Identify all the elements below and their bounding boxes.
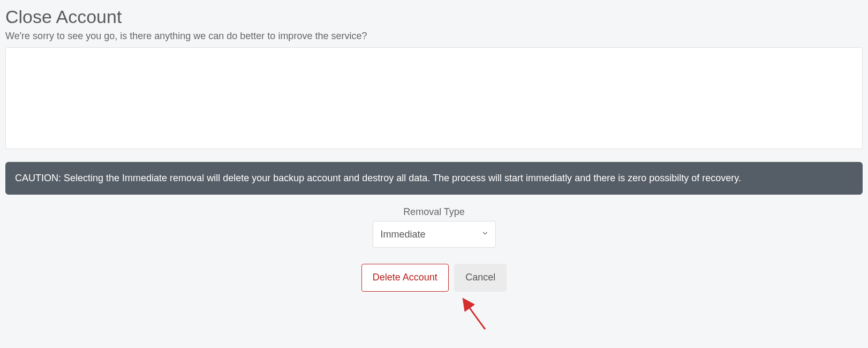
page-title: Close Account [5,6,863,27]
cancel-button[interactable]: Cancel [454,264,507,292]
delete-account-button[interactable]: Delete Account [361,264,449,292]
caution-banner: CAUTION: Selecting the Immediate removal… [5,162,863,195]
removal-type-select[interactable]: Immediate [373,221,495,247]
feedback-textarea[interactable] [5,47,863,149]
annotation-arrow-icon [453,297,496,340]
removal-type-select-wrapper: Immediate [373,221,496,248]
page-subtext: We're sorry to see you go, is there anyt… [5,31,863,42]
removal-type-label: Removal Type [5,206,863,218]
